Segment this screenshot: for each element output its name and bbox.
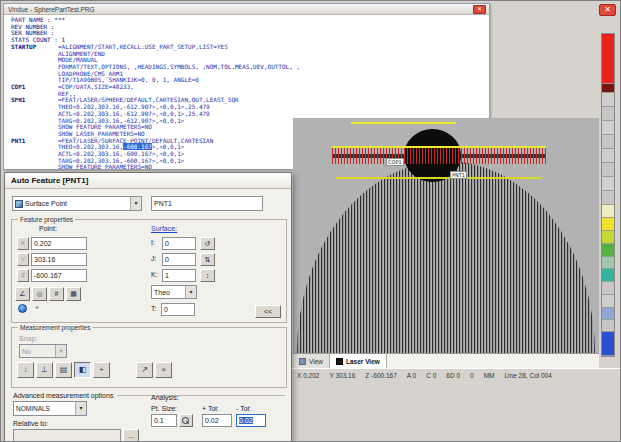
status-field: MM xyxy=(484,372,495,379)
chevron-down-icon: ▾ xyxy=(130,197,141,210)
edit-window-title: Vindue - SpherePartTest.PRG xyxy=(8,6,95,13)
plus-tol-input[interactable]: 0.02 xyxy=(202,414,232,427)
status-field: C 0 xyxy=(426,372,436,379)
blue-target-icon[interactable] xyxy=(18,304,27,313)
vector-swap-icon[interactable]: ⇅ xyxy=(200,253,215,266)
minus-tol-label: - Tol: xyxy=(236,405,251,412)
color-scale-segment xyxy=(602,308,614,320)
vector-flip-icon[interactable]: ↕ xyxy=(200,269,215,282)
feature-type-value: Surface Point xyxy=(25,200,67,207)
y-axis-toggle[interactable]: Y xyxy=(17,253,29,266)
pattern-tool-icon[interactable]: ▦ xyxy=(66,287,81,301)
tab-laser-view[interactable]: Laser View xyxy=(330,354,387,368)
pnt1-feature-label: PNT1 xyxy=(450,171,467,179)
color-scale-segment xyxy=(602,84,614,93)
measurement-tools: ↓⊥▤◧+↗× xyxy=(17,362,172,378)
laser-view-panel[interactable]: COP1 PNT1 ViewLaser View xyxy=(293,118,599,368)
delete-path-tool-icon[interactable]: × xyxy=(155,362,172,378)
tab-label: Laser View xyxy=(346,358,380,365)
status-field: Y 303.16 xyxy=(329,372,355,379)
collapse-button[interactable]: << xyxy=(255,305,281,318)
selected-text: 0.02 xyxy=(239,417,253,424)
x-coordinate-input[interactable]: 0.202 xyxy=(31,237,87,250)
tab-view[interactable]: View xyxy=(293,354,330,368)
plus-tol-label: + Tol: xyxy=(202,405,219,412)
region-tool-icon[interactable]: ◧ xyxy=(74,362,91,378)
color-scale-segment xyxy=(602,93,614,107)
color-scale-segment xyxy=(602,149,614,163)
theo-mode-value: Theo xyxy=(154,289,170,296)
z-axis-toggle[interactable]: Z xyxy=(17,269,29,282)
crosshair-icon[interactable]: + xyxy=(32,303,42,313)
status-field: A 0 xyxy=(407,372,416,379)
graphic-view-tab-icon xyxy=(299,358,306,365)
surface-label: Surface: xyxy=(151,225,177,232)
x-axis-toggle[interactable]: X xyxy=(17,237,29,250)
y-coordinate-input[interactable]: 303.16 xyxy=(31,253,87,266)
color-scale-segment xyxy=(602,121,614,135)
color-scale-segment xyxy=(602,177,614,191)
single-point-tool-icon[interactable]: ↓ xyxy=(17,362,34,378)
z-coordinate-input[interactable]: -600.167 xyxy=(31,269,87,282)
nominals-value: NOMINALS xyxy=(16,405,50,412)
color-scale-segment xyxy=(602,231,614,244)
target-tool-icon[interactable]: ◎ xyxy=(32,287,47,301)
code-line: REV NUMBER : xyxy=(11,24,489,31)
theo-mode-dropdown[interactable]: Theo ▾ xyxy=(151,285,197,299)
analysis-zoom-button[interactable] xyxy=(179,414,193,427)
status-field: X 0.202 xyxy=(297,372,319,379)
k-vector-input[interactable]: 1 xyxy=(162,269,196,282)
scanline-main xyxy=(332,146,546,148)
advanced-options-label: Advanced measurement options xyxy=(13,392,113,399)
view-tabbar: ViewLaser View xyxy=(293,353,599,368)
angle-tool-icon[interactable]: ∠ xyxy=(15,287,30,301)
surface-point-icon xyxy=(15,200,23,208)
color-scale-segment xyxy=(602,320,614,332)
color-scale-segment xyxy=(602,34,614,84)
pt-size-label: Pt. Size: xyxy=(151,405,177,412)
relative-to-input[interactable] xyxy=(13,429,121,442)
minus-tol-input[interactable]: 0.02 xyxy=(236,414,266,427)
color-scale-segment xyxy=(602,191,614,205)
pcdmis-main-window: COP1 PNT1 ViewLaser View ✕ X 0.202Y 303.… xyxy=(0,0,621,442)
color-scale-segment xyxy=(602,282,614,295)
pt-size-input[interactable]: 0.1 xyxy=(151,414,177,427)
status-field: Line 28, Col 004 xyxy=(505,372,552,379)
code-line: SER NUMBER : xyxy=(11,30,489,37)
snap-label: Snap: xyxy=(19,335,37,342)
add-path-tool-icon[interactable]: + xyxy=(93,362,110,378)
feature-properties-label: Feature properties xyxy=(18,216,75,224)
vector-reset-icon[interactable]: ↺ xyxy=(200,237,215,250)
j-vector-input[interactable]: 0 xyxy=(162,253,196,266)
deviation-color-scale xyxy=(601,33,615,357)
nominals-dropdown[interactable]: NOMINALS ▾ xyxy=(13,401,87,416)
color-scale-segment xyxy=(602,269,614,282)
close-button[interactable]: ✕ xyxy=(599,4,616,16)
perpendicular-tool-icon[interactable]: ⊥ xyxy=(36,362,53,378)
scanline-upper xyxy=(351,122,456,124)
status-field: Z -600.167 xyxy=(365,372,396,379)
grid-tool-icon[interactable]: # xyxy=(49,287,64,301)
color-scale-segment xyxy=(602,163,614,177)
browse-button[interactable]: ... xyxy=(123,429,139,442)
snap-dropdown: No ▾ xyxy=(19,344,67,358)
color-scale-segment xyxy=(602,257,614,269)
status-field: 0 xyxy=(470,372,474,379)
chevron-down-icon: ▾ xyxy=(185,286,196,298)
edit-close-button[interactable]: ✕ xyxy=(473,5,486,14)
pointcloud-dome xyxy=(297,161,595,353)
scan-lines-tool-icon[interactable]: ▤ xyxy=(55,362,72,378)
i-vector-input[interactable]: 0 xyxy=(162,237,196,250)
laser-scan-band xyxy=(332,148,546,164)
snap-value: No xyxy=(22,348,31,355)
color-scale-segment xyxy=(602,295,614,308)
jump-tool-icon[interactable]: ↗ xyxy=(136,362,153,378)
status-bar: X 0.202Y 303.16Z -600.167A 0C 06D 00MMLi… xyxy=(292,368,621,381)
auto-feature-dialog: Auto Feature [PNT1] Surface Point ▾ PNT1… xyxy=(4,172,292,442)
chevron-down-icon: ▾ xyxy=(55,345,66,357)
magnifier-icon xyxy=(182,417,190,425)
feature-name-input[interactable]: PNT1 xyxy=(151,196,263,211)
feature-type-dropdown[interactable]: Surface Point ▾ xyxy=(12,196,142,211)
t-value-input[interactable]: 0 xyxy=(161,303,195,316)
i-label: I: xyxy=(151,239,155,246)
